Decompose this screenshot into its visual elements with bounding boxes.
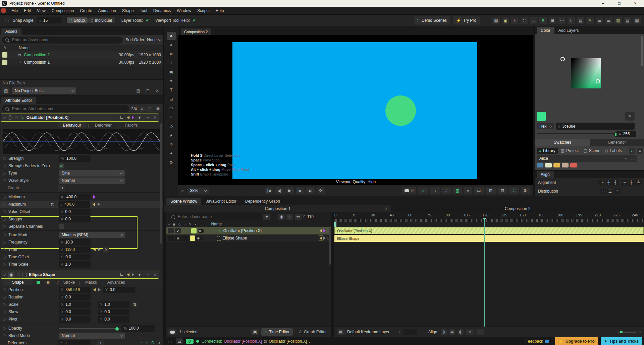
lock-cell[interactable]	[168, 235, 174, 241]
next-keyframe-icon[interactable]	[98, 203, 100, 206]
oscillator-title[interactable]: Oscillator [Position.X]	[26, 115, 68, 120]
arc-tool-icon[interactable]: ↺	[167, 140, 176, 148]
alpha-input[interactable]: A255	[616, 131, 636, 137]
overlap-icon[interactable]: ⊞	[549, 17, 556, 24]
tab-deformer[interactable]: Deformer	[90, 122, 116, 128]
pen-tool-icon[interactable]: ✒	[167, 77, 176, 85]
close-icon[interactable]: ×	[629, 1, 642, 6]
close-section-icon[interactable]: ✕	[153, 272, 157, 277]
layer-search-input[interactable]	[177, 214, 258, 219]
distribute-grid-icon[interactable]: ∷	[614, 189, 620, 194]
ellipse-title[interactable]: Ellipse Shape	[29, 272, 55, 277]
align-lines-icon[interactable]: ≡	[539, 17, 547, 24]
alpha-slider[interactable]	[537, 133, 621, 134]
viewport-comp-tab[interactable]: Composition 2	[181, 28, 211, 35]
swatch-chip[interactable]	[562, 163, 569, 167]
anchor-tool-icon[interactable]: +	[167, 59, 176, 67]
color-panel-scrollbar[interactable]	[641, 36, 643, 66]
enabled-check-icon[interactable]: ✓	[8, 115, 12, 120]
prev-keyframe-icon[interactable]	[127, 116, 129, 119]
oscillator-waveform-graph[interactable]	[3, 129, 160, 154]
ellipse-header[interactable]: ◉ Ellipse Shape ⇆ ▼ ⊹ ✕	[1, 271, 159, 279]
menu-edit[interactable]: Edit	[21, 8, 34, 13]
filter-settings-icon[interactable]: ⚏	[295, 214, 302, 220]
align-center-icon[interactable]: ╪	[449, 329, 455, 335]
tab-javascript-editor[interactable]: JavaScript Editor	[202, 198, 240, 205]
clear-connection-icon[interactable]: ✕	[103, 247, 109, 253]
swatch-chip[interactable]	[545, 163, 552, 167]
tab-attribute-editor[interactable]: Attribute Editor	[1, 97, 36, 104]
frame-icon[interactable]: F	[511, 17, 519, 24]
hex-mode-dropdown[interactable]: Hex	[537, 123, 554, 129]
timeline-zoom-knob[interactable]	[620, 331, 623, 333]
composition-canvas[interactable]	[232, 42, 477, 179]
individual-button[interactable]: □Individual	[88, 17, 115, 23]
tips-and-tricks-button[interactable]: ✦Tips and Tricks	[601, 337, 642, 345]
asset-row-composition-1[interactable]: ▭ Composition 1 30.00fps 1920 x 1080	[0, 59, 163, 66]
link-scale-icon[interactable]: ⇅	[132, 301, 138, 307]
hex-input[interactable]: #3ce38e	[556, 123, 635, 130]
grid-view-icon[interactable]: ∷	[629, 148, 635, 154]
prev-keyframe-icon[interactable]	[93, 203, 95, 206]
keyframe-layer-label[interactable]: Default Keyframe Layer	[347, 330, 389, 334]
swatch-chip[interactable]	[537, 163, 543, 167]
prev-keyframe-icon[interactable]	[320, 229, 322, 232]
solo-circle-icon[interactable]	[17, 273, 20, 276]
palette-more-icon[interactable]: ...	[631, 156, 635, 161]
align-left-icon[interactable]: ╞	[599, 180, 605, 186]
timeline-ruler[interactable]: 0 15 30 45 60 75 90 105 120 135 150 165 …	[334, 212, 644, 222]
dots-icon[interactable]: ∷	[521, 17, 528, 24]
next-keyframe-icon[interactable]	[98, 248, 101, 251]
frame-counter-chip[interactable]: 0	[402, 187, 416, 194]
wave-style-dropdown[interactable]: Normal	[59, 178, 125, 184]
asset-search-input[interactable]	[11, 37, 119, 43]
timeline-zoom-slider[interactable]	[618, 332, 637, 333]
layer-color-chip[interactable]	[190, 235, 195, 241]
layer-tools-check-icon[interactable]: ✓	[146, 18, 149, 23]
snapping-magnet-icon[interactable]: ∩	[430, 187, 440, 194]
scale-y-input[interactable]: Y1.0	[98, 301, 129, 308]
layer-search[interactable]	[168, 213, 262, 220]
menu-scripts[interactable]: Scripts	[194, 8, 213, 13]
pivot-x-input[interactable]: X0.0	[59, 316, 91, 323]
utility-gear-icon[interactable]: ⚙	[167, 158, 176, 166]
next-keyframe-icon[interactable]	[132, 116, 134, 119]
stack-icon[interactable]: ⊟	[497, 187, 507, 194]
transform-tool-icon[interactable]: ⊡	[167, 95, 176, 103]
viewport-tool-help-check-icon[interactable]: ✓	[193, 18, 196, 23]
strength-fades-checkbox[interactable]	[59, 163, 64, 168]
checker-icon[interactable]: ∷	[509, 187, 519, 194]
tab-scene-window[interactable]: Scene Window	[166, 198, 201, 205]
layer-toggle-icon[interactable]	[197, 236, 203, 240]
asset-name[interactable]: Composition 2	[24, 53, 50, 57]
menu-file[interactable]: File	[8, 8, 21, 13]
layer-row-oscillator[interactable]: ✓ ∿ Oscillator [Position.X]	[166, 227, 331, 234]
tab-fill[interactable]: Fill	[41, 279, 53, 285]
menu-view[interactable]: View	[34, 8, 49, 13]
play-icon[interactable]: ▶	[285, 187, 294, 194]
ellipse-shape-object[interactable]	[385, 95, 416, 126]
viewport-canvas[interactable]: Hold S Direct Layer Selection Space Play…	[178, 35, 533, 185]
move-icon[interactable]: ⊹	[145, 115, 151, 121]
library-tab[interactable]: ≡Library	[537, 148, 558, 154]
ease-icon[interactable]: ○	[466, 329, 474, 335]
project-set-dropdown[interactable]: No Project Set...	[12, 87, 76, 94]
visibility-cell[interactable]: ◉	[175, 235, 181, 241]
table-icon[interactable]: ▤	[577, 17, 584, 24]
sv-square-selector[interactable]	[596, 79, 600, 83]
project-tab[interactable]: ▦Project	[559, 148, 581, 154]
rectangle-tool-icon[interactable]: ▭	[167, 104, 176, 112]
arrow-in-icon[interactable]: →	[530, 17, 537, 24]
brush-tool-icon[interactable]: ∗	[167, 50, 176, 58]
deformers-count[interactable]: ≡0	[58, 340, 90, 345]
lock-cell[interactable]	[168, 228, 174, 233]
skew-x-input[interactable]: X0.0	[59, 309, 91, 315]
prev-keyframe-icon[interactable]	[93, 248, 96, 251]
composition-1-tab[interactable]: Composition 1✕	[164, 205, 391, 212]
columns-icon[interactable]: ▥	[614, 17, 622, 24]
strength-input[interactable]: %100.0	[59, 155, 91, 162]
graph-curve-icon[interactable]: ⊿	[58, 185, 65, 191]
retime-icon[interactable]: →	[476, 329, 484, 335]
viewport-zoom-dropdown[interactable]: 38%	[187, 188, 209, 194]
target-icon[interactable]: ⊕	[147, 106, 153, 112]
